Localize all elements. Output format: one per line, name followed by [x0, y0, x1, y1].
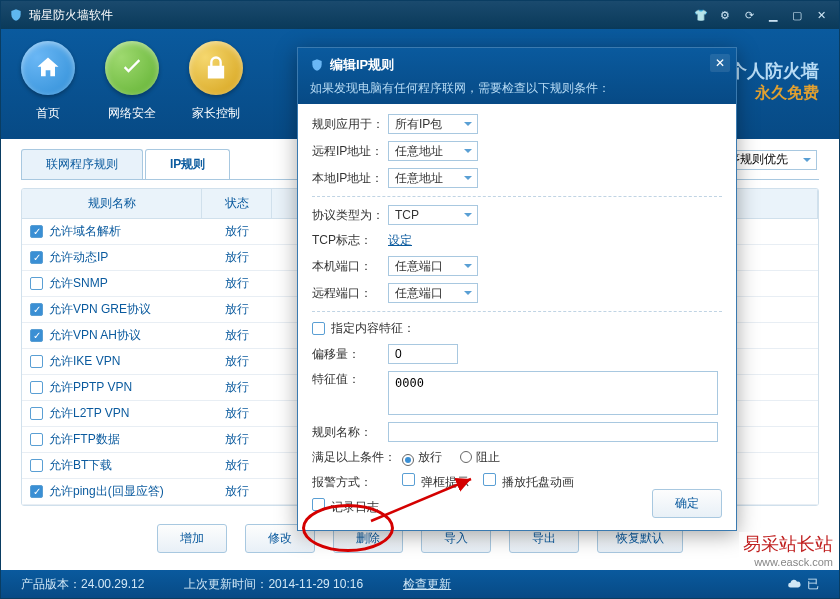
row-name: 允许SNMP — [49, 275, 108, 292]
edit-ip-rule-dialog: 编辑IP规则 如果发现电脑有任何程序联网，需要检查以下规则条件： ✕ 规则应用于… — [297, 47, 737, 531]
app-shield-icon — [9, 8, 23, 22]
row-state: 放行 — [202, 246, 272, 269]
row-state: 放行 — [202, 220, 272, 243]
content-feature-label: 指定内容特征： — [331, 320, 415, 337]
dialog-title: 编辑IP规则 — [330, 56, 394, 74]
tab-ip-rules[interactable]: IP规则 — [145, 149, 230, 179]
row-name: 允许动态IP — [49, 249, 108, 266]
status-right: 已 — [787, 576, 819, 593]
local-ip-label: 本地IP地址： — [312, 170, 388, 187]
row-state: 放行 — [202, 376, 272, 399]
row-checkbox[interactable] — [30, 407, 43, 420]
local-port-select[interactable]: 任意端口 — [388, 256, 478, 276]
row-name: 允许PPTP VPN — [49, 379, 132, 396]
tab-program-rules[interactable]: 联网程序规则 — [21, 149, 143, 179]
lock-icon — [189, 41, 243, 95]
row-checkbox[interactable] — [30, 329, 43, 342]
col-name: 规则名称 — [22, 189, 202, 218]
radio-block[interactable]: 阻止 — [460, 449, 500, 466]
proto-select[interactable]: TCP — [388, 205, 478, 225]
row-checkbox[interactable] — [30, 485, 43, 498]
rule-name-label: 规则名称： — [312, 424, 388, 441]
local-ip-select[interactable]: 任意地址 — [388, 168, 478, 188]
row-name: 允许VPN AH协议 — [49, 327, 141, 344]
last-update: 上次更新时间：2014-11-29 10:16 — [184, 576, 363, 593]
nav-parental[interactable]: 家长控制 — [189, 41, 243, 122]
apply-select[interactable]: 所有IP包 — [388, 114, 478, 134]
radio-allow[interactable]: 放行 — [402, 449, 442, 466]
row-name: 允许ping出(回显应答) — [49, 483, 164, 500]
cloud-icon — [787, 577, 801, 591]
skin-icon[interactable]: 👕 — [691, 7, 711, 23]
remote-ip-label: 远程IP地址： — [312, 143, 388, 160]
row-checkbox[interactable] — [30, 381, 43, 394]
home-icon — [21, 41, 75, 95]
refresh-icon[interactable]: ⟳ — [739, 7, 759, 23]
alert-label: 报警方式： — [312, 474, 402, 491]
dialog-body: 规则应用于：所有IP包 远程IP地址：任意地址 本地IP地址：任意地址 协议类型… — [298, 104, 736, 530]
row-state: 放行 — [202, 350, 272, 373]
apply-label: 规则应用于： — [312, 116, 388, 133]
proto-label: 协议类型为： — [312, 207, 388, 224]
row-name: 允许IKE VPN — [49, 353, 120, 370]
row-name: 允许域名解析 — [49, 223, 121, 240]
remote-ip-select[interactable]: 任意地址 — [388, 141, 478, 161]
row-checkbox[interactable] — [30, 277, 43, 290]
maximize-icon[interactable]: ▢ — [787, 7, 807, 23]
add-button[interactable]: 增加 — [157, 524, 227, 553]
remote-port-select[interactable]: 任意端口 — [388, 283, 478, 303]
col-state: 状态 — [202, 189, 272, 218]
content-feature-checkbox[interactable] — [312, 322, 325, 335]
offset-input[interactable] — [388, 344, 458, 364]
row-state: 放行 — [202, 324, 272, 347]
nav-parental-label: 家长控制 — [192, 105, 240, 122]
tcp-flag-label: TCP标志： — [312, 232, 388, 249]
settings-icon[interactable]: ⚙ — [715, 7, 735, 23]
row-state: 放行 — [202, 272, 272, 295]
row-checkbox[interactable] — [30, 355, 43, 368]
alert-popup-checkbox[interactable]: 弹框提示 — [402, 473, 469, 491]
rule-name-input[interactable] — [388, 422, 718, 442]
row-name: 允许VPN GRE协议 — [49, 301, 151, 318]
remote-port-label: 远程端口： — [312, 285, 388, 302]
close-icon[interactable]: ✕ — [811, 7, 831, 23]
feature-textarea[interactable] — [388, 371, 718, 415]
dialog-subtitle: 如果发现电脑有任何程序联网，需要检查以下规则条件： — [310, 80, 724, 97]
version: 产品版本：24.00.29.12 — [21, 576, 144, 593]
row-name: 允许FTP数据 — [49, 431, 120, 448]
check-update-link[interactable]: 检查更新 — [403, 576, 451, 593]
nav-netsec[interactable]: 网络安全 — [105, 41, 159, 122]
row-state: 放行 — [202, 428, 272, 451]
feature-label: 特征值： — [312, 371, 388, 388]
ok-button[interactable]: 确定 — [652, 489, 722, 518]
row-checkbox[interactable] — [30, 433, 43, 446]
dialog-close-button[interactable]: ✕ — [710, 54, 730, 72]
row-checkbox[interactable] — [30, 303, 43, 316]
offset-label: 偏移量： — [312, 346, 388, 363]
tcp-flag-link[interactable]: 设定 — [388, 232, 412, 249]
row-checkbox[interactable] — [30, 225, 43, 238]
condition-label: 满足以上条件： — [312, 449, 402, 466]
check-icon — [105, 41, 159, 95]
dialog-titlebar: 编辑IP规则 如果发现电脑有任何程序联网，需要检查以下规则条件： ✕ — [298, 48, 736, 104]
row-state: 放行 — [202, 454, 272, 477]
statusbar: 产品版本：24.00.29.12 上次更新时间：2014-11-29 10:16… — [1, 570, 839, 598]
row-state: 放行 — [202, 480, 272, 503]
nav-home[interactable]: 首页 — [21, 41, 75, 122]
minimize-icon[interactable]: ▁ — [763, 7, 783, 23]
local-port-label: 本机端口： — [312, 258, 388, 275]
log-checkbox[interactable]: 记录日志 — [312, 498, 379, 516]
alert-tray-checkbox[interactable]: 播放托盘动画 — [483, 473, 574, 491]
row-name: 允许BT下载 — [49, 457, 112, 474]
row-state: 放行 — [202, 298, 272, 321]
nav-netsec-label: 网络安全 — [108, 105, 156, 122]
row-checkbox[interactable] — [30, 251, 43, 264]
app-title: 瑞星防火墙软件 — [29, 7, 113, 24]
nav-home-label: 首页 — [36, 105, 60, 122]
titlebar: 瑞星防火墙软件 👕 ⚙ ⟳ ▁ ▢ ✕ — [1, 1, 839, 29]
row-checkbox[interactable] — [30, 459, 43, 472]
watermark: 易采站长站 www.easck.com — [739, 532, 837, 568]
row-state: 放行 — [202, 402, 272, 425]
row-name: 允许L2TP VPN — [49, 405, 129, 422]
dialog-shield-icon — [310, 58, 324, 72]
